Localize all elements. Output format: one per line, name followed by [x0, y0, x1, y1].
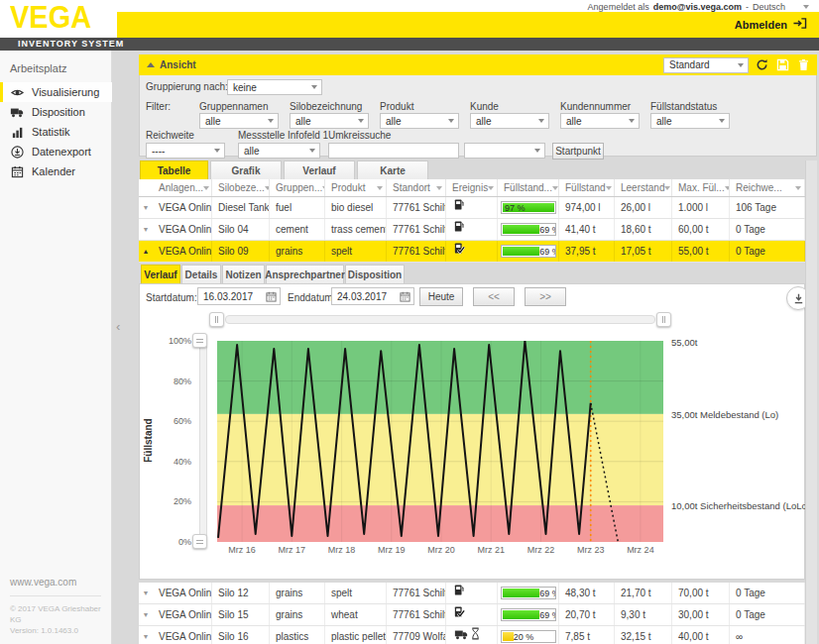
filter-select-3[interactable]: alle: [470, 113, 549, 129]
detail-tab-disposition[interactable]: Disposition: [345, 265, 405, 283]
x-axis-tick: Mrz 16: [217, 545, 267, 555]
detail-tab-ansprechpartner[interactable]: Ansprechpartner: [266, 265, 344, 283]
table-row[interactable]: ▼VEGA Online...Silo 12grainsspelt77761 S…: [139, 583, 805, 604]
zoom-slider-top-handle[interactable]: [192, 333, 207, 348]
column-header-9[interactable]: Max. Fül...: [672, 179, 730, 196]
table-row[interactable]: ▲VEGA Online...Silo 09grainsspelt77761 S…: [139, 241, 805, 263]
column-header-3[interactable]: Produkt: [325, 179, 387, 196]
table-row[interactable]: ▼VEGA Online...Silo 15grainswheat77761 S…: [139, 604, 805, 626]
prev-period-button[interactable]: <<: [473, 287, 515, 306]
tab-tabelle[interactable]: Tabelle: [140, 161, 208, 179]
column-header-1[interactable]: Silobeze...: [212, 179, 270, 196]
calendar-icon[interactable]: [266, 291, 277, 302]
cell-ereignis: [446, 241, 498, 262]
table-row[interactable]: ▼VEGA Online...Diesel Tankfuelbio diesel…: [139, 197, 805, 219]
column-menu-icon[interactable]: [552, 186, 558, 190]
tab-verlauf[interactable]: Verlauf: [284, 161, 355, 179]
filter-select-1[interactable]: alle: [290, 113, 369, 129]
range-slider-right-handle[interactable]: [656, 312, 671, 327]
column-menu-icon[interactable]: [606, 186, 612, 190]
logout-button[interactable]: Abmelden: [735, 17, 807, 32]
delete-view-icon[interactable]: [795, 57, 811, 73]
filter-select-5[interactable]: alle: [650, 113, 730, 129]
row-expander[interactable]: ▼: [139, 197, 153, 218]
column-menu-icon[interactable]: [488, 186, 494, 190]
website-link[interactable]: www.vega.com: [10, 577, 112, 588]
calendar-icon[interactable]: [400, 291, 410, 302]
detail-tab-notizen[interactable]: Notizen: [222, 265, 265, 283]
column-header-0[interactable]: Anlagen...: [153, 179, 212, 196]
grouping-select[interactable]: keine: [227, 79, 322, 95]
column-header-4[interactable]: Standort: [387, 179, 446, 196]
zoom-slider-bottom-handle[interactable]: [192, 534, 207, 549]
sidebar-item-disposition[interactable]: Disposition: [0, 102, 112, 122]
column-header-10[interactable]: Reichwe...: [730, 179, 805, 196]
column-header-5[interactable]: Ereignis: [446, 179, 498, 196]
fill-level-chart[interactable]: [217, 341, 663, 542]
cell-gruppenname: cement: [270, 219, 325, 240]
row-expander[interactable]: ▲: [139, 241, 153, 262]
row-expander[interactable]: ▼: [139, 219, 153, 240]
sidebar-item-statistik[interactable]: Statistik: [0, 122, 112, 142]
row-expander[interactable]: ▼: [139, 583, 153, 603]
sidebar-item-kalender[interactable]: Kalender: [0, 161, 112, 181]
refresh-icon[interactable]: [754, 57, 769, 73]
threshold-annotation: 35,00t Meldebestand (Lo): [671, 409, 778, 420]
filter-select-2[interactable]: alle: [380, 113, 459, 129]
table-row[interactable]: ▼VEGA Online...Silo 16plasticsplastic pe…: [139, 626, 805, 644]
filter-label-1: Silobezeichnung: [290, 101, 362, 112]
filter-value: alle: [386, 116, 402, 127]
sidebar-collapse-button[interactable]: ‹: [116, 319, 120, 334]
column-menu-icon[interactable]: [795, 186, 801, 190]
next-period-button[interactable]: >>: [525, 287, 566, 306]
row-expander[interactable]: ▼: [139, 626, 153, 644]
column-header-6[interactable]: Füllstand...: [498, 179, 559, 196]
cell-fuellstand: 974,00 l: [559, 197, 615, 218]
filter-label-0: Gruppennamen: [199, 101, 269, 112]
save-view-icon[interactable]: [774, 57, 790, 73]
column-menu-icon[interactable]: [664, 186, 670, 190]
cell-anlagenname: VEGA Online...: [153, 583, 212, 603]
cell-silobezeichnung: Silo 15: [212, 604, 270, 625]
table-header: Anlagen...Silobeze...Gruppen...ProduktSt…: [139, 179, 805, 197]
collapse-panel-icon[interactable]: [147, 62, 155, 67]
column-menu-icon[interactable]: [203, 186, 209, 190]
sidebar-item-datenexport[interactable]: Datenexport: [0, 142, 112, 161]
column-menu-icon[interactable]: [436, 186, 442, 190]
filter-select-0[interactable]: alle: [199, 113, 279, 129]
detail-tab-details[interactable]: Details: [181, 265, 221, 283]
account-language[interactable]: Deutsch: [753, 2, 785, 12]
chevron-down-icon[interactable]: [803, 5, 809, 9]
range-slider-left-handle[interactable]: [209, 312, 224, 327]
preset-select[interactable]: Standard: [663, 57, 749, 73]
umkreis-select[interactable]: [464, 143, 545, 159]
table-row[interactable]: ▼VEGA Online...Silo 04cementtrass cement…: [139, 219, 805, 241]
detail-panel: Startdatum: 16.03.2017 Enddatum: 24.03.2…: [139, 283, 805, 580]
x-axis-tick: Mrz 19: [367, 545, 416, 555]
column-header-2[interactable]: Gruppen...: [270, 179, 325, 196]
view-panel-header[interactable]: Ansicht Standard: [139, 54, 817, 75]
detail-tab-verlauf[interactable]: Verlauf: [141, 265, 180, 283]
range-slider-track[interactable]: [225, 315, 655, 324]
row-expander[interactable]: ▼: [139, 604, 153, 625]
account-line[interactable]: Angemeldet als demo@vis.vega.com - Deuts…: [588, 1, 809, 12]
zoom-slider-track[interactable]: [199, 335, 207, 542]
heute-button[interactable]: Heute: [419, 287, 463, 306]
messstelle-select[interactable]: alle: [238, 143, 320, 159]
column-header-8[interactable]: Leerstand: [615, 179, 672, 196]
eye-icon: [10, 86, 24, 99]
sidebar-item-visualisierung[interactable]: Visualisierung: [0, 82, 112, 102]
enddatum-input[interactable]: 24.03.2017: [331, 287, 414, 305]
startpunkt-button[interactable]: Startpunkt: [552, 143, 604, 160]
startdatum-value: 16.03.2017: [203, 291, 253, 302]
reichweite-select[interactable]: ----: [146, 143, 225, 159]
umkreissuche-input[interactable]: [328, 143, 459, 159]
tab-grafik[interactable]: Grafik: [210, 161, 282, 179]
cell-fuellstand-prozent: 69 %: [498, 604, 559, 625]
startdatum-input[interactable]: 16.03.2017: [197, 287, 281, 305]
column-header-7[interactable]: Füllstand: [559, 179, 615, 196]
filter-select-4[interactable]: alle: [560, 113, 640, 129]
column-menu-icon[interactable]: [377, 186, 383, 190]
tab-karte[interactable]: Karte: [357, 161, 428, 179]
vertical-scrollbar[interactable]: [805, 161, 817, 644]
